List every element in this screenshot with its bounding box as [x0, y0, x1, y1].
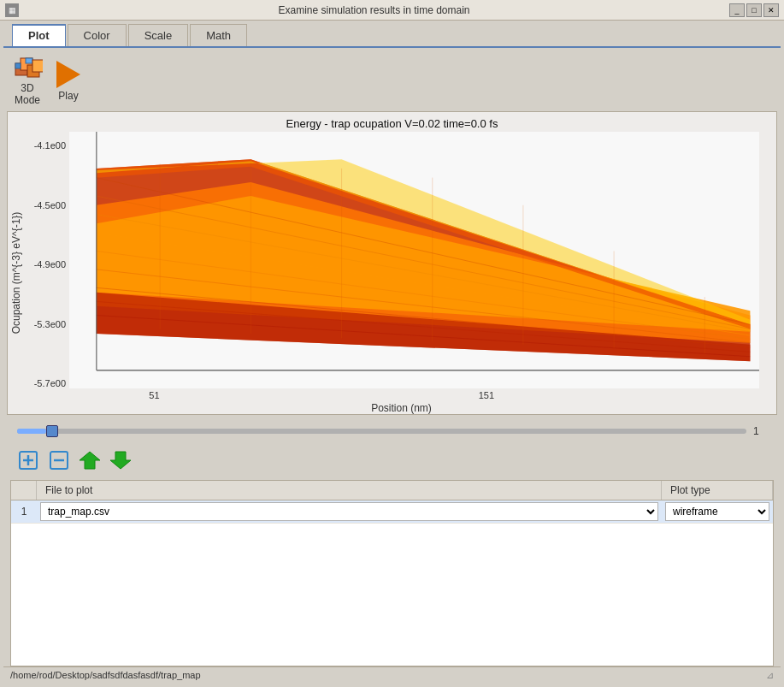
status-bar: /home/rod/Desktop/sadfsdfdasfasdf/trap_m…: [3, 666, 781, 684]
action-buttons: [3, 444, 781, 480]
window-controls[interactable]: _ □ ✕: [729, 3, 779, 17]
col-header-type: Plot type: [662, 481, 773, 500]
y-axis-label: Ocupation (m^{-3} eV^{-1}): [10, 212, 22, 335]
window-title: Examine simulation results in time domai…: [278, 4, 469, 16]
remove-icon: [49, 450, 69, 471]
close-button[interactable]: ✕: [763, 3, 779, 17]
plot-container: Energy - trap ocupation V=0.02 time=0.0 …: [7, 111, 777, 415]
minimize-button[interactable]: _: [729, 3, 745, 17]
plot-svg: [69, 132, 759, 388]
remove-button[interactable]: [46, 447, 72, 473]
add-icon: [18, 450, 38, 471]
app-icon: ▦: [5, 3, 19, 17]
x-tick-1: 51: [149, 390, 159, 400]
slider-fill: [17, 429, 46, 434]
mode-3d-label: 3D: [21, 82, 33, 94]
maximize-button[interactable]: □: [746, 3, 762, 17]
plot-inner: 51 151 Position (nm): [69, 132, 759, 414]
move-down-button[interactable]: [77, 447, 103, 473]
col-header-num: [11, 481, 37, 500]
svg-rect-3: [26, 58, 32, 63]
move-down-icon: [78, 448, 102, 472]
add-button[interactable]: [15, 447, 41, 473]
col-header-file: File to plot: [37, 481, 662, 500]
mode-3d-label2: Mode: [15, 94, 40, 106]
slider-thumb[interactable]: [46, 425, 58, 437]
resize-handle[interactable]: ⊿: [766, 670, 774, 681]
y-tick-2: -4.5e00: [25, 200, 69, 210]
y-tick-4: -5.3e00: [25, 319, 69, 329]
svg-rect-5: [32, 60, 43, 72]
right-spacer: [759, 132, 776, 414]
titlebar: ▦ Examine simulation results in time dom…: [0, 0, 784, 21]
slider-row: 1: [3, 418, 781, 444]
tab-color[interactable]: Color: [68, 24, 127, 46]
x-axis-label: Position (nm): [69, 402, 734, 414]
svg-rect-2: [15, 63, 21, 68]
svg-marker-36: [80, 452, 100, 469]
y-axis-label-container: Ocupation (m^{-3} eV^{-1}): [8, 132, 25, 414]
svg-marker-37: [110, 452, 131, 469]
svg-container: [69, 132, 759, 388]
plot-wrapper: Ocupation (m^{-3} eV^{-1}) -4.1e00 -4.5e…: [8, 132, 776, 414]
slider-value: 1: [753, 425, 767, 437]
slider-track[interactable]: [17, 429, 746, 434]
file-table: File to plot Plot type 1 trap_map.csv wi…: [10, 480, 774, 666]
y-axis-ticks: -4.1e00 -4.5e00 -4.9e00 -5.3e00 -5.7e00: [25, 132, 69, 414]
mode-3d-button[interactable]: 3D Mode: [12, 56, 43, 106]
table-row: 1 trap_map.csv wireframe surface contour: [11, 500, 773, 524]
plot-title: Energy - trap ocupation V=0.02 time=0.0 …: [8, 112, 776, 132]
play-button[interactable]: Play: [56, 61, 80, 102]
cube-icon: [12, 56, 43, 82]
y-tick-1: -4.1e00: [25, 140, 69, 151]
toolbar: 3D Mode Play: [3, 51, 781, 111]
y-tick-5: -5.7e00: [25, 378, 69, 388]
x-tick-3: 151: [479, 390, 494, 400]
move-up-icon: [109, 448, 133, 472]
x-axis-ticks: 51 151: [69, 388, 734, 402]
y-tick-3: -4.9e00: [25, 259, 69, 269]
row-number: 1: [11, 502, 37, 521]
play-label: Play: [58, 90, 78, 102]
file-table-header: File to plot Plot type: [11, 481, 773, 500]
plot-type-dropdown[interactable]: wireframe surface contour: [665, 502, 769, 521]
main-container: Plot Color Scale Math 3D Mode Play: [0, 21, 784, 687]
file-selector[interactable]: trap_map.csv: [37, 500, 662, 523]
move-up-button[interactable]: [108, 447, 133, 473]
tab-math[interactable]: Math: [190, 24, 247, 46]
file-dropdown[interactable]: trap_map.csv: [40, 502, 658, 521]
status-path: /home/rod/Desktop/sadfsdfdasfasdf/trap_m…: [10, 670, 201, 681]
tab-scale[interactable]: Scale: [128, 24, 189, 46]
tab-bar: Plot Color Scale Math: [3, 24, 781, 48]
play-icon: [56, 61, 80, 88]
tab-plot[interactable]: Plot: [12, 24, 66, 46]
plot-type-selector[interactable]: wireframe surface contour: [662, 500, 773, 523]
